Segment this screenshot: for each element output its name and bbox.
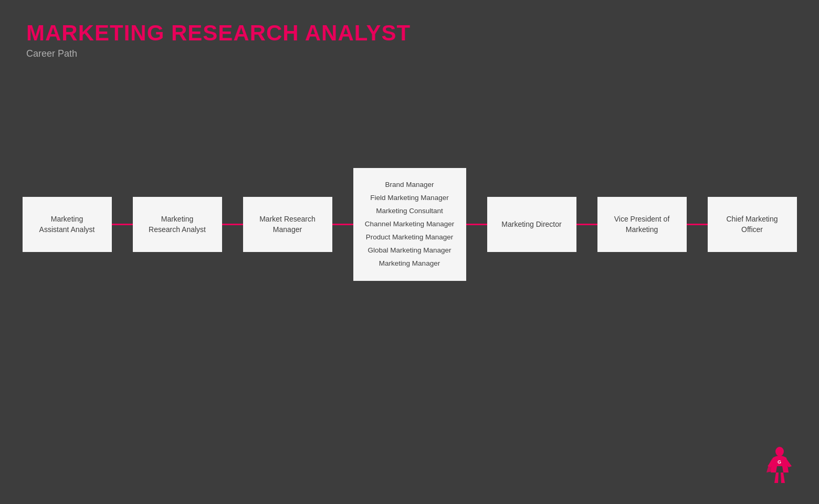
role-marketing-consultant: Marketing Consultant [376, 206, 443, 216]
header: MARKETING RESEARCH ANALYST Career Path [0, 0, 819, 59]
node-wrapper-3: Market ResearchManager [243, 197, 332, 252]
superhero-logo: G [761, 446, 798, 488]
role-field-marketing-manager: Field Marketing Manager [370, 193, 448, 203]
node-wrapper-6: Vice President ofMarketing [597, 197, 687, 252]
career-node-market-research-manager: Market ResearchManager [243, 197, 332, 252]
page-title: MARKETING RESEARCH ANALYST [26, 21, 793, 45]
career-node-multi-manager: Brand Manager Field Marketing Manager Ma… [353, 168, 466, 281]
node-wrapper-1: MarketingAssistant Analyst [23, 197, 112, 252]
connector-4 [466, 224, 487, 225]
page-subtitle: Career Path [26, 48, 793, 59]
node-label: Marketing Director [501, 219, 561, 230]
role-brand-manager: Brand Manager [385, 180, 434, 190]
connector-3 [332, 224, 353, 225]
role-product-marketing-manager: Product Marketing Manager [366, 233, 454, 243]
career-path: MarketingAssistant Analyst MarketingRese… [0, 168, 819, 281]
connector-6 [687, 224, 708, 225]
connector-5 [576, 224, 597, 225]
node-label: MarketingResearch Analyst [149, 214, 206, 235]
svg-point-0 [775, 447, 784, 456]
svg-text:G: G [778, 459, 781, 465]
career-node-marketing-research-analyst: MarketingResearch Analyst [133, 197, 222, 252]
role-marketing-manager: Marketing Manager [379, 259, 440, 269]
career-node-marketing-assistant-analyst: MarketingAssistant Analyst [23, 197, 112, 252]
node-label: MarketingAssistant Analyst [39, 214, 95, 235]
node-label: Chief MarketingOfficer [726, 214, 778, 235]
connector-2 [222, 224, 243, 225]
connector-1 [112, 224, 133, 225]
node-wrapper-7: Chief MarketingOfficer [708, 197, 797, 252]
career-node-marketing-director: Marketing Director [487, 197, 576, 252]
role-channel-marketing-manager: Channel Marketing Manager [365, 219, 454, 229]
node-label: Market ResearchManager [259, 214, 316, 235]
career-node-vp-marketing: Vice President ofMarketing [597, 197, 687, 252]
node-wrapper-5: Marketing Director [487, 197, 576, 252]
node-wrapper-4: Brand Manager Field Marketing Manager Ma… [353, 168, 466, 281]
role-global-marketing-manager: Global Marketing Manager [368, 246, 451, 256]
node-label: Vice President ofMarketing [614, 214, 670, 235]
career-node-cmo: Chief MarketingOfficer [708, 197, 797, 252]
node-wrapper-2: MarketingResearch Analyst [133, 197, 222, 252]
